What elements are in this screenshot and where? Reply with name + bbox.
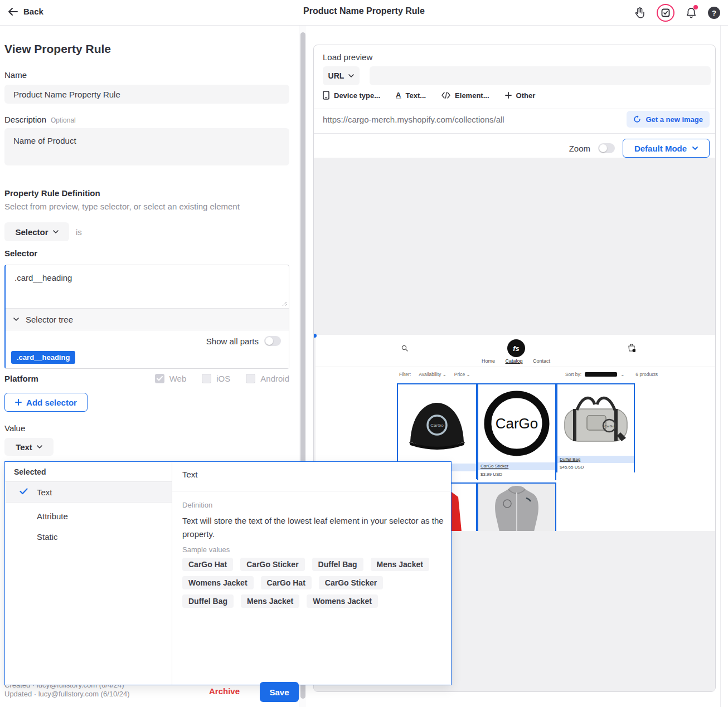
help-icon[interactable]: ? bbox=[708, 7, 720, 19]
product-card-grey-jacket[interactable] bbox=[477, 482, 556, 531]
checkbox-icon bbox=[246, 374, 255, 383]
device-icon bbox=[323, 91, 329, 100]
selected-header: Selected bbox=[5, 462, 172, 482]
sample-chip: Duffel Bag bbox=[182, 594, 234, 608]
product-card-duffel[interactable]: CarGo Duffel Bag $45.65 USD bbox=[556, 383, 635, 472]
sample-chip: CarGo Sticker bbox=[240, 558, 304, 571]
product-card-sticker[interactable]: CarGo CarGo Sticker $3.99 USD bbox=[477, 383, 556, 480]
redacted-sort-value bbox=[585, 372, 617, 377]
description-label: DescriptionOptional bbox=[4, 115, 76, 124]
other-filter-button[interactable]: Other bbox=[505, 91, 536, 100]
name-input[interactable]: Product Name Property Rule bbox=[4, 85, 289, 104]
menu-item-text[interactable]: Text bbox=[5, 482, 172, 503]
platform-web-checkbox[interactable]: Web bbox=[155, 374, 187, 383]
sticker-image: CarGo bbox=[482, 389, 551, 458]
code-icon bbox=[441, 92, 450, 99]
hand-icon[interactable] bbox=[633, 6, 646, 19]
selector-part-chip[interactable]: .card__heading bbox=[11, 351, 75, 364]
save-button[interactable]: Save bbox=[260, 682, 299, 702]
checkbox-checked-icon bbox=[155, 374, 164, 383]
value-type-detail: Text Definition Text will store the text… bbox=[172, 462, 451, 685]
value-type-options: Selected Text Attribute Static bbox=[5, 462, 172, 685]
definition-text: Text will store the text of the lowest l… bbox=[182, 514, 449, 541]
definition-label: Definition bbox=[182, 501, 212, 509]
selector-type-dropdown[interactable]: Selector bbox=[4, 222, 69, 241]
page-scrollbar-track[interactable] bbox=[720, 26, 728, 707]
store-nav-home[interactable]: Home bbox=[482, 358, 495, 364]
products-count: 6 products bbox=[635, 372, 658, 377]
svg-text:CarGo: CarGo bbox=[604, 425, 614, 428]
platform-ios-checkbox[interactable]: iOS bbox=[202, 374, 230, 383]
sample-values-label: Sample values bbox=[182, 545, 230, 554]
store-filter-row: Filter: Availability ⌄ Price ⌄ bbox=[399, 372, 470, 377]
menu-item-static[interactable]: Static bbox=[5, 526, 172, 547]
filter-label: Filter: bbox=[399, 372, 411, 377]
text-filter-button[interactable]: A Text... bbox=[396, 91, 426, 100]
value-type-dropdown[interactable]: Text bbox=[4, 438, 54, 456]
sample-chip: Womens Jacket bbox=[307, 594, 378, 608]
definition-subtitle: Select from preview, type selector, or s… bbox=[4, 202, 240, 211]
show-all-parts-toggle[interactable] bbox=[264, 336, 281, 346]
preview-url-text: https://cargo-merch.myshopify.com/collec… bbox=[323, 115, 504, 124]
url-type-dropdown[interactable]: URL bbox=[323, 66, 360, 85]
description-input[interactable]: Name of Product bbox=[4, 128, 289, 165]
optional-hint: Optional bbox=[51, 116, 76, 124]
store-nav-catalog[interactable]: Catalog bbox=[505, 358, 522, 364]
svg-text:CarGo: CarGo bbox=[496, 415, 538, 432]
value-type-menu: Selected Text Attribute Static Text Defi… bbox=[4, 461, 452, 685]
sample-chip: CarGo Sticker bbox=[319, 576, 383, 589]
value-type-label: Text bbox=[16, 442, 32, 452]
notifications-bell-icon[interactable] bbox=[686, 7, 697, 19]
value-label: Value bbox=[4, 423, 25, 433]
store-sort-row: Sort by: ⌄ 6 products bbox=[565, 372, 658, 377]
selector-tree-toggle[interactable]: Selector tree bbox=[6, 308, 289, 330]
device-type-filter-button[interactable]: Device type... bbox=[323, 91, 380, 100]
plus-icon bbox=[15, 399, 22, 406]
add-selector-button[interactable]: Add selector bbox=[4, 393, 88, 412]
plus-icon bbox=[505, 92, 512, 99]
store-search-icon[interactable] bbox=[401, 345, 408, 352]
default-mode-dropdown[interactable]: Default Mode bbox=[623, 139, 710, 158]
sample-chip: CarGo Hat bbox=[182, 558, 233, 571]
store-nav: Home Catalog Contact bbox=[316, 358, 716, 364]
archive-button[interactable]: Archive bbox=[209, 686, 240, 696]
menu-item-attribute[interactable]: Attribute bbox=[5, 506, 172, 526]
product-title[interactable]: CarGo Sticker bbox=[478, 462, 555, 470]
resize-handle-icon[interactable] bbox=[282, 301, 287, 306]
product-title[interactable]: Duffel Bag bbox=[557, 456, 634, 463]
selector-tree-label: Selector tree bbox=[26, 315, 73, 324]
url-type-label: URL bbox=[328, 71, 344, 80]
load-preview-label: Load preview bbox=[323, 52, 372, 62]
text-format-icon: A bbox=[396, 91, 401, 99]
product-price: $45.65 USD bbox=[557, 463, 634, 472]
price-dropdown[interactable]: Price ⌄ bbox=[454, 372, 470, 377]
sample-chip: Duffel Bag bbox=[312, 558, 363, 571]
grey-jacket-image bbox=[486, 484, 547, 531]
selector-textarea[interactable]: .card__heading bbox=[6, 265, 289, 308]
store-cart-icon[interactable] bbox=[628, 343, 635, 352]
zoom-toggle[interactable] bbox=[598, 143, 615, 153]
element-filter-button[interactable]: Element... bbox=[441, 91, 489, 100]
tasks-icon[interactable] bbox=[657, 4, 674, 22]
sample-values: CarGo Hat CarGo Sticker Duffel Bag Mens … bbox=[182, 558, 439, 608]
default-mode-label: Default Mode bbox=[634, 144, 687, 153]
platform-row: Platform Web iOS Android bbox=[4, 374, 289, 383]
name-label: Name bbox=[4, 70, 27, 80]
page-title: Product Name Property Rule bbox=[0, 6, 728, 16]
get-new-image-button[interactable]: Get a new image bbox=[627, 111, 710, 128]
selector-box: .card__heading Selector tree Show all pa… bbox=[4, 265, 289, 369]
chevron-down-icon bbox=[13, 318, 19, 321]
store-logo[interactable]: fs bbox=[507, 339, 525, 357]
is-label: is bbox=[76, 227, 82, 237]
availability-dropdown[interactable]: Availability ⌄ bbox=[419, 372, 446, 377]
chevron-down-icon bbox=[53, 230, 59, 233]
platform-android-checkbox[interactable]: Android bbox=[246, 374, 289, 383]
preview-url-input[interactable] bbox=[370, 66, 711, 85]
hat-image: CarGo bbox=[404, 391, 470, 457]
duffel-image: CarGo bbox=[560, 391, 632, 449]
show-all-parts-label: Show all parts bbox=[206, 337, 259, 346]
sample-chip: Womens Jacket bbox=[182, 576, 254, 589]
store-nav-contact[interactable]: Contact bbox=[533, 358, 550, 364]
chevron-down-icon bbox=[37, 445, 42, 448]
sort-chevron-icon[interactable]: ⌄ bbox=[620, 372, 624, 377]
